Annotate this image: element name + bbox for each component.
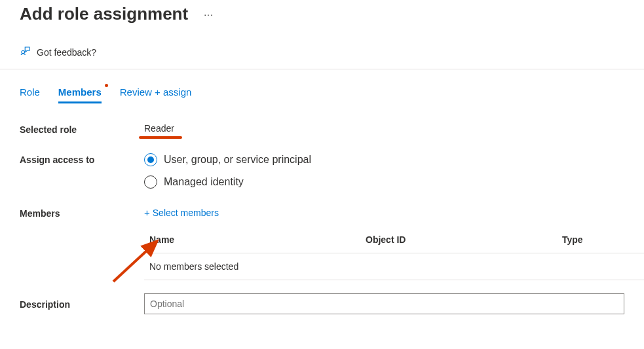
tab-review-assign[interactable]: Review + assign xyxy=(120,86,192,103)
col-header-object-id[interactable]: Object ID xyxy=(366,234,562,245)
select-members-link[interactable]: + Select members xyxy=(144,207,219,218)
select-members-text: Select members xyxy=(153,208,219,218)
radio-label: User, group, or service principal xyxy=(164,154,311,166)
tab-role[interactable]: Role xyxy=(20,86,40,103)
plus-icon: + xyxy=(144,207,150,218)
feedback-text: Got feedback? xyxy=(37,47,96,58)
tabs-container: Role Members Review + assign xyxy=(0,69,644,103)
description-input[interactable] xyxy=(144,293,624,314)
col-header-name[interactable]: Name xyxy=(149,234,366,245)
annotation-underline xyxy=(139,136,182,139)
unsaved-indicator-dot xyxy=(105,84,108,87)
members-label: Members xyxy=(20,207,144,219)
description-label: Description xyxy=(20,298,144,310)
more-actions-icon[interactable]: ··· xyxy=(204,9,214,20)
radio-user-group-sp[interactable]: User, group, or service principal xyxy=(144,153,311,166)
selected-role-label: Selected role xyxy=(20,123,144,135)
selected-role-value: Reader xyxy=(144,123,174,134)
feedback-icon xyxy=(20,45,31,60)
page-title: Add role assignment xyxy=(20,4,188,24)
radio-managed-identity[interactable]: Managed identity xyxy=(144,175,311,189)
members-empty-text: No members selected xyxy=(149,261,366,272)
tab-members-label: Members xyxy=(58,86,102,98)
radio-button-icon xyxy=(144,175,157,189)
svg-point-0 xyxy=(22,50,25,54)
assign-access-label: Assign access to xyxy=(20,153,144,165)
radio-label: Managed identity xyxy=(164,176,244,188)
members-table: Name Object ID Type No members selected xyxy=(144,227,644,280)
tab-members[interactable]: Members xyxy=(58,86,102,103)
col-header-type[interactable]: Type xyxy=(562,234,639,245)
feedback-link[interactable]: Got feedback? xyxy=(0,36,644,69)
radio-button-icon xyxy=(144,153,157,166)
